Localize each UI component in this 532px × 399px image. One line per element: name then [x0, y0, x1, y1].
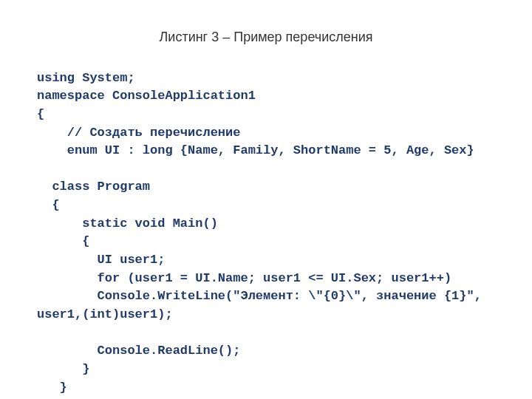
code-line: UI user1;	[37, 253, 165, 267]
code-line: user1,(int)user1);	[37, 307, 173, 321]
code-line: {	[37, 198, 60, 212]
code-block: using System; namespace ConsoleApplicati…	[37, 51, 495, 399]
code-line: }	[37, 362, 89, 376]
code-line: class Program	[37, 180, 150, 194]
code-line: {	[37, 234, 89, 248]
code-line: static void Main()	[37, 216, 218, 231]
code-line: Console.ReadLine();	[37, 344, 240, 358]
code-line: Console.WriteLine("Элемент: \"{0}\", зна…	[37, 289, 482, 303]
code-line: namespace ConsoleApplication1	[37, 89, 256, 103]
code-line: {	[37, 107, 44, 121]
code-line: enum UI : long {Name, Family, ShortName …	[37, 143, 474, 157]
code-line: // Создать перечисление	[37, 126, 240, 140]
code-line: }	[37, 381, 67, 395]
code-line: for (user1 = UI.Name; user1 <= UI.Sex; u…	[37, 271, 451, 285]
listing-title: Листинг 3 – Пример перечисления	[37, 30, 495, 45]
code-line: using System;	[37, 71, 135, 85]
